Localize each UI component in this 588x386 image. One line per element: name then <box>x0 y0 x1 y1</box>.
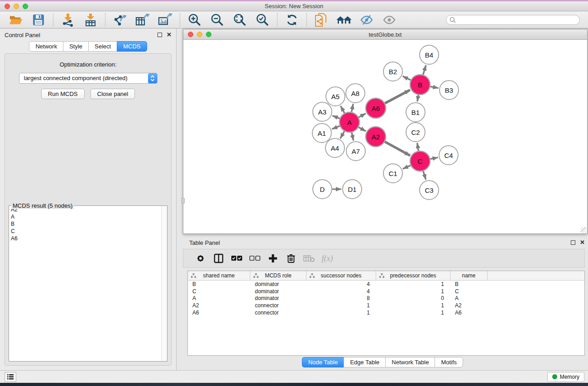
graph-node-A[interactable]: A <box>339 112 359 132</box>
graph-node-B4[interactable]: B4 <box>420 45 439 64</box>
graph-node-C3[interactable]: C3 <box>420 181 439 200</box>
divider-grip-icon[interactable] <box>182 198 185 204</box>
graph-node-A5[interactable]: A5 <box>326 87 345 106</box>
graph-node-B[interactable]: B <box>410 75 430 95</box>
refresh-icon[interactable] <box>284 13 300 27</box>
network-graph[interactable]: B4B2BB3A5A8A6A3B1AC2A1A2A4A7C4CC1DD1C3 <box>183 40 587 234</box>
graph-node-A1[interactable]: A1 <box>312 124 331 143</box>
mcds-result-item[interactable]: A6 <box>9 235 167 242</box>
add-row-plus-icon[interactable] <box>264 252 282 265</box>
graph-node-C2[interactable]: C2 <box>406 123 425 142</box>
graph-node-B1[interactable]: B1 <box>406 103 425 122</box>
export-image-icon[interactable] <box>158 13 173 27</box>
zoom-selected-icon[interactable] <box>255 13 270 27</box>
graph-node-A4[interactable]: A4 <box>325 138 344 157</box>
first-neighbors-home-icon[interactable] <box>336 13 352 27</box>
mcds-result-list[interactable]: A2ABCA6 <box>9 206 167 361</box>
delete-row-trash-icon[interactable] <box>282 252 300 265</box>
edge-A-A5 <box>341 106 345 113</box>
tab-select[interactable]: Select <box>88 41 117 52</box>
graph-node-D[interactable]: D <box>313 180 332 199</box>
cell-name: B <box>450 281 488 287</box>
column-header-successor-nodes[interactable]: successor nodes <box>306 271 376 280</box>
graph-node-C1[interactable]: C1 <box>383 164 402 183</box>
graph-node-A8[interactable]: A8 <box>346 84 365 103</box>
import-table-icon[interactable] <box>83 13 98 27</box>
svg-text:A3: A3 <box>318 108 326 116</box>
close-table-panel-icon[interactable]: ✕ <box>580 240 585 245</box>
graph-node-A3[interactable]: A3 <box>313 102 332 121</box>
table-tab-network-table[interactable]: Network Table <box>385 357 435 367</box>
export-network-icon[interactable] <box>112 13 128 27</box>
graph-node-C4[interactable]: C4 <box>439 146 458 165</box>
cell-successor-nodes: 4 <box>306 288 376 295</box>
network-window-title: testGlobe.txt <box>183 31 587 38</box>
show-all-eye-icon[interactable] <box>382 13 397 27</box>
zoom-out-icon[interactable] <box>210 13 225 27</box>
tab-network[interactable]: Network <box>29 41 63 52</box>
table-row[interactable]: A6connector11A6 <box>188 309 584 316</box>
mcds-result-item[interactable]: B <box>9 220 167 228</box>
edge-C-C3 <box>423 171 426 180</box>
toolbar-separator <box>180 13 180 27</box>
optimization-criterion-label: Optimization criterion: <box>5 61 171 68</box>
graph-node-A2[interactable]: A2 <box>366 127 386 147</box>
resize-grip-icon[interactable] <box>581 227 587 233</box>
tab-mcds[interactable]: MCDS <box>117 41 147 52</box>
graph-node-C[interactable]: C <box>410 151 430 171</box>
zoom-in-icon[interactable] <box>187 13 202 27</box>
mcds-result-scrollbar[interactable] <box>161 206 167 361</box>
toolbar-separator <box>105 13 105 27</box>
search-input[interactable] <box>446 15 580 25</box>
column-header-MCDS-role[interactable]: MCDS role <box>250 271 306 280</box>
close-panel-icon[interactable]: ✕ <box>167 33 172 37</box>
graph-node-D1[interactable]: D1 <box>343 180 362 199</box>
cell-name: A6 <box>450 310 488 316</box>
tab-style[interactable]: Style <box>63 41 89 52</box>
table-tab-node-table[interactable]: Node Table <box>302 357 344 367</box>
mcds-result-item[interactable]: A <box>9 213 167 220</box>
graph-node-A7[interactable]: A7 <box>346 142 365 161</box>
show-columns-icon[interactable] <box>210 252 228 265</box>
table-row[interactable]: Cdominator41C <box>188 288 584 295</box>
column-header-predecessor-nodes[interactable]: predecessor nodes <box>376 271 450 280</box>
new-network-from-selection-icon[interactable] <box>314 13 329 27</box>
float-table-panel-icon[interactable] <box>571 240 575 245</box>
graph-node-B3[interactable]: B3 <box>440 81 459 100</box>
close-panel-button[interactable]: Close panel <box>91 89 135 99</box>
table-tab-motifs[interactable]: Motifs <box>435 357 463 367</box>
table-tab-edge-table[interactable]: Edge Table <box>344 357 386 367</box>
svg-text:A4: A4 <box>331 144 339 152</box>
memory-button[interactable]: Memory <box>547 372 584 382</box>
edge-B-B2 <box>403 76 411 80</box>
column-header-shared-name[interactable]: shared name <box>188 271 250 280</box>
graph-node-B2[interactable]: B2 <box>383 62 402 81</box>
edge-A6-B <box>385 90 410 104</box>
zoom-fit-icon[interactable] <box>232 13 248 27</box>
table-row[interactable]: Adominator80A <box>188 295 584 302</box>
column-header-name[interactable]: name <box>450 271 488 280</box>
table-row[interactable]: Bdominator41B <box>188 281 584 288</box>
import-network-icon[interactable] <box>60 13 76 27</box>
edge-C-C2 <box>417 143 419 151</box>
table-row[interactable]: A2connector11A2 <box>188 302 584 309</box>
search-icon <box>449 17 456 25</box>
run-mcds-button[interactable]: Run MCDS <box>41 89 85 99</box>
svg-text:A6: A6 <box>372 105 380 112</box>
edge-C-C4 <box>430 157 438 159</box>
hide-selected-eye-icon[interactable] <box>359 13 374 27</box>
graph-node-A6[interactable]: A6 <box>366 98 386 118</box>
right-area: testGlobe.txt B4B2BB3A5A8A6A3B1AC2A1A2A4… <box>177 29 588 370</box>
table-settings-gear-icon[interactable] <box>191 252 210 265</box>
node-table-header: shared nameMCDS rolesuccessor nodesprede… <box>188 271 584 281</box>
task-history-list-icon[interactable] <box>5 372 16 382</box>
cell-MCDS-role: dominator <box>250 281 306 287</box>
save-session-icon[interactable] <box>31 13 46 27</box>
export-table-icon[interactable] <box>135 13 150 27</box>
open-file-icon[interactable] <box>8 13 24 27</box>
mcds-result-item[interactable]: C <box>9 228 167 235</box>
criterion-dropdown[interactable]: largest connected component (directed) <box>19 73 158 84</box>
unselect-all-icon[interactable] <box>246 252 264 265</box>
float-panel-icon[interactable] <box>158 33 162 37</box>
select-all-icon[interactable] <box>228 252 246 265</box>
